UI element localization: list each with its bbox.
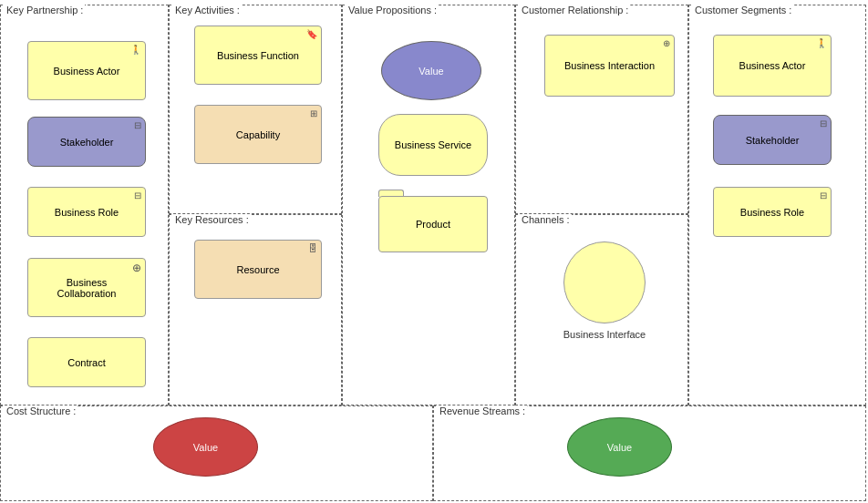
section-label-cost-structure: Cost Structure : <box>5 405 78 416</box>
business-collaboration-label: BusinessCollaboration <box>57 277 117 299</box>
database-icon: 🗄 <box>308 243 317 253</box>
actor-icon-left: 🚶 <box>130 45 141 55</box>
product-container: Product <box>378 190 488 246</box>
value-oval[interactable]: Value <box>381 41 481 100</box>
resource[interactable]: Resource 🗄 <box>194 240 322 299</box>
bookmark-icon: 🔖 <box>306 29 317 39</box>
contract-label: Contract <box>67 357 106 368</box>
toggle-icon-stakeholder-right: ⊟ <box>820 118 827 128</box>
section-label-key-resources: Key Resources : <box>173 214 251 225</box>
canvas: Key Partnership : Key Activities : Key R… <box>0 0 868 503</box>
section-label-revenue-streams: Revenue Streams : <box>438 405 527 416</box>
revenue-value-label: Value <box>607 442 632 453</box>
section-label-value-propositions: Value Propositions : <box>346 5 439 15</box>
value-oval-label: Value <box>418 66 443 77</box>
business-service[interactable]: Business Service <box>378 114 488 176</box>
cost-value-label: Value <box>193 442 218 453</box>
business-function-label: Business Function <box>217 50 299 61</box>
interaction-icon: ⊕ <box>663 38 670 48</box>
business-interaction[interactable]: Business Interaction ⊕ <box>544 35 675 97</box>
toggle-icon-stakeholder-left: ⊟ <box>134 120 141 130</box>
actor-icon-right: 🚶 <box>816 38 827 48</box>
resource-label: Resource <box>236 264 279 275</box>
business-actor-left-label: Business Actor <box>54 66 120 77</box>
business-interface[interactable]: Business Interface <box>563 241 646 323</box>
stakeholder-right-label: Stakeholder <box>746 135 800 146</box>
business-actor-right-label: Business Actor <box>739 60 806 71</box>
business-service-label: Business Service <box>395 139 471 150</box>
business-interface-label: Business Interface <box>563 329 646 340</box>
business-role-left-label: Business Role <box>55 207 119 218</box>
revenue-value[interactable]: Value <box>567 417 672 477</box>
capability-label: Capability <box>236 129 280 140</box>
toggle-icon-business-role-right: ⊟ <box>820 190 827 200</box>
section-label-key-activities: Key Activities : <box>173 5 242 15</box>
business-role-right-label: Business Role <box>740 207 804 218</box>
contract[interactable]: Contract <box>27 337 146 387</box>
toggle-icon-business-role-left: ⊟ <box>134 190 141 200</box>
section-label-channels: Channels : <box>520 214 572 225</box>
section-label-customer-relationship: Customer Relationship : <box>520 5 630 15</box>
business-actor-right[interactable]: Business Actor 🚶 <box>713 35 832 97</box>
product[interactable]: Product <box>378 196 488 252</box>
stakeholder-left-label: Stakeholder <box>60 137 114 148</box>
capability[interactable]: Capability ⊞ <box>194 105 322 164</box>
section-label-customer-segments: Customer Segments : <box>693 5 793 15</box>
business-role-right[interactable]: Business Role ⊟ <box>713 187 832 237</box>
collab-icon: ⊕ <box>132 262 141 274</box>
grid-icon: ⊞ <box>310 108 317 118</box>
product-label: Product <box>416 219 450 230</box>
business-collaboration-left[interactable]: BusinessCollaboration ⊕ <box>27 258 146 317</box>
cost-value[interactable]: Value <box>153 417 258 477</box>
business-function[interactable]: Business Function 🔖 <box>194 26 322 85</box>
stakeholder-left[interactable]: Stakeholder ⊟ <box>27 117 146 167</box>
section-label-key-partnership: Key Partnership : <box>5 5 85 15</box>
stakeholder-right[interactable]: Stakeholder ⊟ <box>713 115 832 165</box>
business-interaction-label: Business Interaction <box>564 60 655 71</box>
business-role-left[interactable]: Business Role ⊟ <box>27 187 146 237</box>
business-actor-left[interactable]: Business Actor 🚶 <box>27 41 146 100</box>
